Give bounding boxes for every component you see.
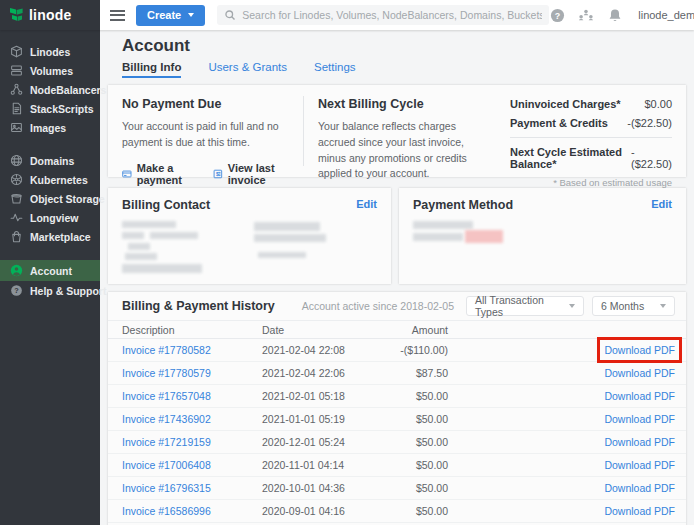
sidebar-item-label: Longview [30,212,78,224]
period-select[interactable]: 6 Months [592,296,675,316]
redacted-text [258,252,306,258]
uninvoiced-charges-value: $0.00 [644,98,672,110]
column-header-description: Description [108,321,262,339]
download-pdf-link[interactable]: Download PDF [604,413,675,425]
invoice-amount: $50.00 [382,477,448,500]
tab-users-grants[interactable]: Users & Grants [208,61,287,78]
sidebar: LinodesVolumesNodeBalancersStackScriptsI… [0,30,100,525]
chevron-down-icon [188,13,194,17]
search-bar[interactable] [217,5,549,25]
make-payment-link[interactable]: Make a payment [122,162,196,186]
download-pdf-link[interactable]: Download PDF [604,459,675,471]
invoice-link[interactable]: Invoice #17006408 [122,459,211,471]
page-title: Account [122,36,686,55]
linode-logo[interactable]: linode [0,0,100,30]
nodebalancers-icon [10,83,23,96]
sidebar-item-longview[interactable]: Longview [0,208,100,227]
sidebar-item-kubernetes[interactable]: Kubernetes [0,170,100,189]
sidebar-item-volumes[interactable]: Volumes [0,61,100,80]
download-pdf-link[interactable]: Download PDF [604,505,675,517]
sidebar-item-linodes[interactable]: Linodes [0,42,100,61]
sidebar-item-label: Help & Support [30,285,106,297]
download-pdf-link-highlighted[interactable]: Download PDF [604,344,675,356]
payment-due-description: Your account is paid in full and no paym… [122,119,289,151]
sidebar-item-label: Account [30,265,72,277]
invoice-link[interactable]: Invoice #16586996 [122,505,211,517]
sidebar-item-label: Marketplace [30,231,91,243]
sidebar-item-label: Kubernetes [30,174,88,186]
sidebar-item-marketplace[interactable]: Marketplace [0,227,100,246]
account-icon [10,264,23,277]
invoice-link[interactable]: Invoice #17219159 [122,436,211,448]
billing-history-title: Billing & Payment History [122,299,294,313]
sidebar-item-object-storage[interactable]: Object Storage [0,189,100,208]
invoice-date: 2020-11-01 04:14 [262,454,382,477]
tab-settings[interactable]: Settings [314,61,356,78]
sidebar-item-account[interactable]: Account [0,260,100,281]
invoice-amount: $50.00 [382,431,448,454]
invoice-icon: $ [213,167,223,181]
redacted-text [128,243,150,250]
invoice-link[interactable]: Invoice #17436902 [122,413,211,425]
help-icon: ? [10,284,23,297]
search-icon [224,9,236,21]
next-billing-cycle-section: Next Billing Cycle Your balance reflects… [304,96,496,166]
payment-credits-value: -($22.50) [627,117,672,129]
uninvoiced-charges-label: Uninvoiced Charges* [510,98,621,110]
history-table-body: Invoice #177805822021-02-04 22:08-($110.… [108,339,686,523]
transaction-type-value: All Transaction Types [475,294,561,318]
stackscripts-icon [10,102,23,115]
transaction-type-select[interactable]: All Transaction Types [466,296,584,316]
brand-name: linode [29,7,71,23]
payment-method-panel: Payment Method Edit [399,188,686,284]
invoice-date: 2021-02-04 22:08 [262,339,382,362]
download-pdf-link[interactable]: Download PDF [604,436,675,448]
invoice-amount: $50.00 [382,385,448,408]
invoice-amount: $50.00 [382,454,448,477]
download-pdf-link[interactable]: Download PDF [604,482,675,494]
create-button[interactable]: Create [136,5,205,26]
tab-billing-info[interactable]: Billing Info [122,61,181,78]
download-pdf-link[interactable]: Download PDF [604,367,675,379]
payment-due-title: No Payment Due [122,97,289,111]
billing-contact-edit-button[interactable]: Edit [356,198,377,210]
sidebar-item-nodebalancers[interactable]: NodeBalancers [0,80,100,99]
invoice-link[interactable]: Invoice #16796315 [122,482,211,494]
sidebar-item-help[interactable]: ?Help & Support [0,281,100,300]
estimated-balance-row: Next Cycle Estimated Balance* -($22.50) [510,146,672,170]
table-row: Invoice #165869962020-09-01 04:16$50.00D… [108,500,686,523]
make-payment-label: Make a payment [137,162,196,186]
domains-icon [10,154,23,167]
view-last-invoice-link[interactable]: $ View last invoice [213,162,289,186]
linodes-icon [10,45,23,58]
invoice-link[interactable]: Invoice #17657048 [122,390,211,402]
search-input[interactable] [242,9,542,21]
svg-text:?: ? [555,10,560,20]
redacted-text [122,221,176,228]
sidebar-item-domains[interactable]: Domains [0,151,100,170]
invoice-link[interactable]: Invoice #17780582 [122,344,211,356]
sidebar-item-stackscripts[interactable]: StackScripts [0,99,100,118]
invoice-date: 2020-10-01 04:36 [262,477,382,500]
payment-credits-label: Payment & Credits [510,117,608,129]
invoice-link[interactable]: Invoice #17780579 [122,367,211,379]
username[interactable]: linode_demo512 [638,9,694,21]
next-billing-cycle-title: Next Billing Cycle [318,97,482,111]
sidebar-item-images[interactable]: Images [0,118,100,137]
sidebar-item-label: Domains [30,155,74,167]
invoice-date: 2020-09-01 04:16 [262,500,382,523]
community-icon[interactable] [578,7,594,23]
period-value: 6 Months [601,300,644,312]
sidebar-item-label: Volumes [30,65,73,77]
table-row: Invoice #170064082020-11-01 04:14$50.00D… [108,454,686,477]
help-icon[interactable]: ? [549,7,565,23]
download-pdf-link[interactable]: Download PDF [604,390,675,402]
chevron-down-icon [569,304,575,308]
payment-method-edit-button[interactable]: Edit [651,198,672,210]
redacted-text [254,234,326,242]
notifications-bell-icon[interactable] [607,7,623,23]
table-row: Invoice #176570482021-02-01 05:18$50.00D… [108,385,686,408]
column-header-date: Date [262,321,382,339]
menu-icon[interactable] [110,10,125,21]
redacted-text [125,253,157,260]
